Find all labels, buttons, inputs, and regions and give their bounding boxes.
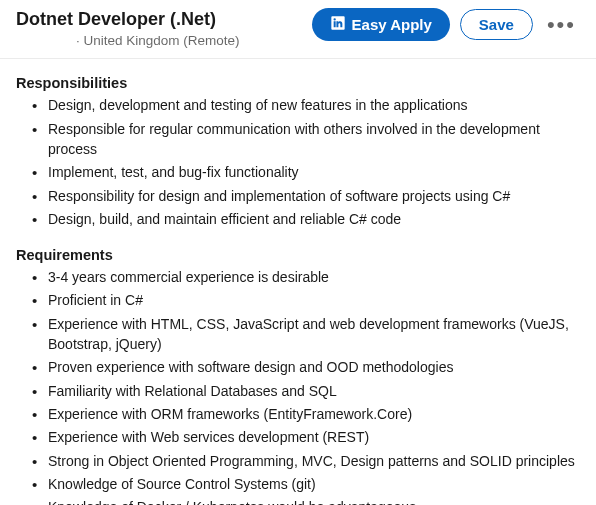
responsibilities-list: Design, development and testing of new f… [16,95,580,229]
title-block: Dotnet Developer (.Net) United Kingdom (… [16,8,300,48]
save-button[interactable]: Save [460,9,533,40]
list-item: Responsibility for design and implementa… [48,186,580,206]
easy-apply-label: Easy Apply [352,16,432,33]
list-item: Implement, test, and bug-fix functionali… [48,162,580,182]
header-actions: Easy Apply Save ••• [312,8,580,41]
list-item: Experience with ORM frameworks (EntityFr… [48,404,580,424]
list-item: Responsible for regular communication wi… [48,119,580,160]
list-item: Experience with Web services development… [48,427,580,447]
job-header: Dotnet Developer (.Net) United Kingdom (… [0,0,596,59]
more-options-button[interactable]: ••• [543,10,580,40]
list-item: Knowledge of Docker / Kubernetes would b… [48,497,580,505]
list-item: Strong in Object Oriented Programming, M… [48,451,580,471]
list-item: Experience with HTML, CSS, JavaScript an… [48,314,580,355]
easy-apply-button[interactable]: Easy Apply [312,8,450,41]
list-item: 3-4 years commercial experience is desir… [48,267,580,287]
more-icon: ••• [547,14,576,36]
linkedin-icon [330,15,346,34]
list-item: Familiarity with Relational Databases an… [48,381,580,401]
list-item: Design, development and testing of new f… [48,95,580,115]
job-title: Dotnet Developer (.Net) [16,8,300,31]
job-location: United Kingdom (Remote) [76,33,300,48]
list-item: Proficient in C# [48,290,580,310]
requirements-heading: Requirements [16,247,580,263]
list-item: Knowledge of Source Control Systems (git… [48,474,580,494]
list-item: Design, build, and maintain efficient an… [48,209,580,229]
list-item: Proven experience with software design a… [48,357,580,377]
job-content: Responsibilities Design, development and… [0,59,596,505]
requirements-list: 3-4 years commercial experience is desir… [16,267,580,505]
responsibilities-heading: Responsibilities [16,75,580,91]
save-label: Save [479,16,514,33]
